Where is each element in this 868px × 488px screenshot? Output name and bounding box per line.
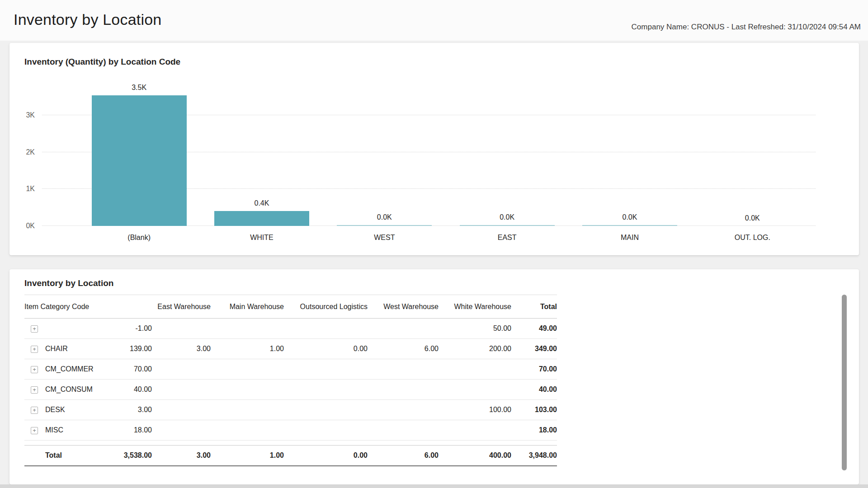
table-row: +DESK3.00100.00103.00 [24,400,557,420]
total-label-cell: Total [24,446,119,466]
value-cell [152,380,211,400]
value-cell: 349.00 [511,339,557,359]
column-header [119,295,152,319]
value-cell [284,420,368,441]
column-header: Item Category Code [24,295,119,319]
category-label: CHAIR [45,345,68,352]
spacer-cell [24,441,557,446]
vertical-scrollbar[interactable] [842,295,847,470]
value-cell [211,319,284,339]
value-cell: 40.00 [119,380,152,400]
value-cell: 50.00 [439,319,511,339]
value-cell [368,420,439,441]
value-cell [211,380,284,400]
value-cell: 18.00 [119,420,152,441]
category-cell: +MISC [24,420,119,441]
category-label: DESK [45,406,65,413]
total-value-cell: 3,538.00 [119,446,152,466]
value-cell: -1.00 [119,319,152,339]
total-value-cell: 3,948.00 [511,446,557,466]
page-header: Inventory by Location Company Name: CRON… [0,0,868,41]
value-cell [368,319,439,339]
chart-category-slot: 0.0KEAST [446,97,568,226]
value-cell [211,400,284,420]
expand-icon[interactable]: + [31,386,38,394]
value-cell [284,359,368,380]
value-cell [439,380,511,400]
chart-plot: 3.5K(Blank)0.4KWHITE0.0KWEST0.0KEAST0.0K… [42,97,816,226]
total-value-cell: 0.00 [284,446,368,466]
value-cell [284,380,368,400]
table-header-row: Item Category CodeEast WarehouseMain War… [24,295,557,319]
category-label: CM_CONSUM [45,385,93,393]
chart-category-slot: 0.0KOUT. LOG. [691,97,814,226]
bar-value-label: 0.0K [377,213,392,221]
expand-icon[interactable]: + [31,325,38,333]
value-cell [368,359,439,380]
x-tick-label: EAST [498,234,517,242]
table-title: Inventory by Location [24,278,113,288]
value-cell [284,400,368,420]
x-tick-label: WEST [374,234,395,242]
total-value-cell: 400.00 [439,446,511,466]
y-tick-label: 1K [26,185,35,193]
chart-card: Inventory (Quantity) by Location Code 0K… [9,43,859,255]
value-cell [439,359,511,380]
column-header: Main Warehouse [211,295,284,319]
bar-value-label: 3.5K [132,84,146,92]
total-value-cell: 3.00 [152,446,211,466]
category-cell: + [24,319,119,339]
category-cell: +CM_CONSUM [24,380,119,400]
value-cell [211,420,284,441]
bar-east[interactable] [460,225,555,226]
value-cell [152,359,211,380]
table-row: +-1.0050.0049.00 [24,319,557,339]
category-label: MISC [45,426,63,434]
table-row: +CHAIR139.003.001.000.006.00200.00349.00 [24,339,557,359]
column-header: West Warehouse [368,295,439,319]
column-header: East Warehouse [152,295,211,319]
category-cell: +CM_COMMER [24,359,119,380]
value-cell: 139.00 [119,339,152,359]
column-header: White Warehouse [439,295,511,319]
value-cell [152,420,211,441]
value-cell: 70.00 [511,359,557,380]
column-header: Outsourced Logistics [284,295,368,319]
column-header: Total [511,295,557,319]
chart-slots: 3.5K(Blank)0.4KWHITE0.0KWEST0.0KEAST0.0K… [78,97,814,226]
bar--blank-[interactable] [92,95,187,226]
x-tick-label: (Blank) [127,234,151,242]
page-title: Inventory by Location [14,11,161,28]
expand-icon[interactable]: + [31,407,38,414]
bar-white[interactable] [214,211,309,226]
value-cell: 49.00 [511,319,557,339]
report-meta: Company Name: CRONUS - Last Refreshed: 3… [632,23,861,32]
total-label: Total [24,451,62,459]
category-label: CM_COMMER [45,365,94,373]
category-cell: +CHAIR [24,339,119,359]
value-cell [368,380,439,400]
bar-west[interactable] [337,225,432,226]
spacer-row [24,441,557,446]
value-cell: 100.00 [439,400,511,420]
bar-value-label: 0.0K [623,213,637,221]
category-cell: +DESK [24,400,119,420]
horizontal-scrollbar[interactable] [0,484,868,488]
table-body: +-1.0050.0049.00+CHAIR139.003.001.000.00… [24,319,557,466]
table-card: Inventory by Location Item Category Code… [9,269,859,484]
total-value-cell: 6.00 [368,446,439,466]
value-cell: 200.00 [439,339,511,359]
value-cell [284,319,368,339]
value-cell: 0.00 [284,339,368,359]
table-total-row: Total3,538.003.001.000.006.00400.003,948… [24,446,557,466]
bar-main[interactable] [582,225,677,226]
expand-icon[interactable]: + [31,427,38,434]
value-cell: 3.00 [152,339,211,359]
expand-icon[interactable]: + [31,346,38,353]
y-tick-label: 0K [26,222,35,230]
y-tick-label: 2K [26,148,35,156]
value-cell [152,400,211,420]
x-tick-label: WHITE [250,234,274,242]
value-cell: 40.00 [511,380,557,400]
expand-icon[interactable]: + [31,366,38,373]
